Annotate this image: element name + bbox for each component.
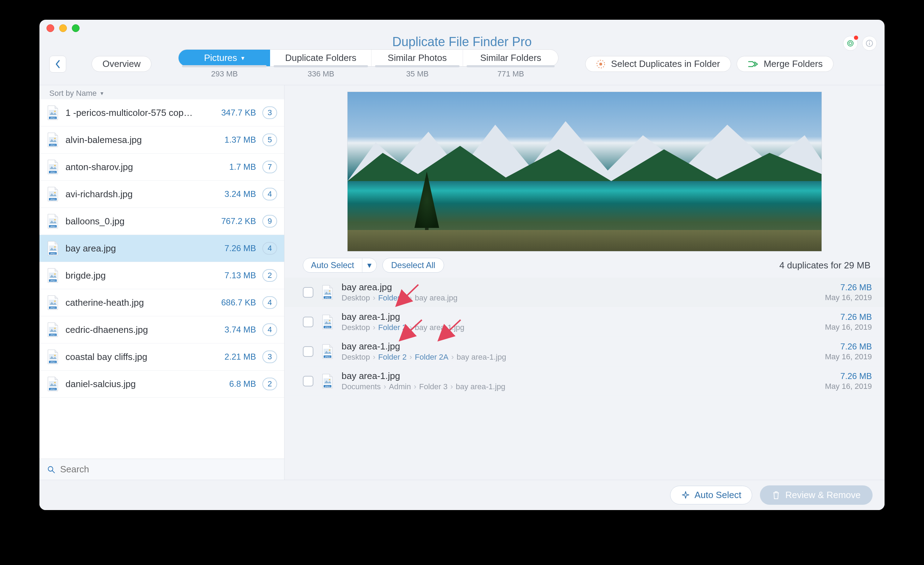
duplicate-count-badge: 7 [262,161,277,173]
svg-point-7 [54,111,56,112]
tab-duplicate-folders[interactable]: Duplicate Folders [270,50,372,66]
tab-size-label: 771 MB [463,69,558,78]
chevron-right-icon: › [410,353,412,361]
duplicate-count-badge: 3 [262,350,277,363]
svg-text:JPEG: JPEG [50,225,56,228]
chevron-down-icon: ▾ [241,54,244,62]
select-checkbox[interactable] [303,346,314,357]
svg-point-76 [329,349,330,351]
sidebar-item[interactable]: JPEG daniel-salcius.jpg 6.8 MB 2 [39,371,284,398]
sidebar-item[interactable]: JPEG coastal bay cliffs.jpg 2.21 MB 3 [39,343,284,371]
info-icon[interactable] [862,36,877,51]
path-crumb: Desktop [342,323,370,332]
path-crumb: bay area-1.jpg [456,382,506,391]
chevron-right-icon: › [410,323,412,332]
select-duplicates-in-folder-button[interactable]: Select Duplicates in Folder [585,56,730,72]
duplicate-file-size: 7.26 MB [825,312,872,322]
jpeg-file-icon: JPEG [46,268,59,283]
svg-text:JPEG: JPEG [50,171,56,173]
duplicate-file-date: May 16, 2019 [825,293,872,302]
jpeg-file-icon: JPEG [46,105,59,120]
path-crumb: Admin [389,382,411,391]
window-minimize-button[interactable] [59,24,67,32]
category-tabs: Pictures▾Duplicate FoldersSimilar Photos… [178,49,558,66]
activity-icon[interactable] [843,36,858,51]
duplicate-row[interactable]: JPEG bay area-1.jpg Desktop›Folder 2›bay… [285,307,885,337]
file-name: cedric-dhaenens.jpg [66,325,200,335]
svg-text:JPEG: JPEG [325,355,330,358]
select-checkbox[interactable] [303,317,314,327]
window-zoom-button[interactable] [72,24,80,32]
duplicate-row[interactable]: JPEG bay area-1.jpg Documents›Admin›Fold… [285,366,885,396]
file-name: catherine-heath.jpg [66,297,200,308]
select-checkbox[interactable] [303,287,314,298]
deselect-all-button[interactable]: Deselect All [382,258,444,273]
svg-text:JPEG: JPEG [50,252,56,255]
path-crumb: bay area-1.jpg [457,353,506,361]
auto-select-label: Auto Select [303,258,362,272]
file-name: 1 -pericos-multicolor-575 cop… [66,107,200,118]
sidebar-item[interactable]: JPEG cedric-dhaenens.jpg 3.74 MB 4 [39,316,284,343]
tab-size-label: 293 MB [178,69,270,78]
jpeg-file-icon: JPEG [321,373,334,389]
svg-point-37 [54,273,56,275]
tab-pictures[interactable]: Pictures▾ [178,50,270,66]
svg-point-42 [54,301,56,302]
file-name: anton-sharov.jpg [66,162,200,173]
auto-select-dropdown[interactable]: Auto Select ▾ [303,258,377,273]
duplicate-file-path: Desktop›Folder 2›bay area-1.jpg [342,323,817,332]
duplicate-count-badge: 4 [262,242,277,255]
chevron-right-icon: › [451,353,453,361]
back-button[interactable] [49,56,66,72]
sidebar-item[interactable]: JPEG alvin-balemesa.jpg 1.37 MB 5 [39,126,284,153]
duplicate-file-path: Desktop›Folder 1›bay area.jpg [342,293,817,303]
window-close-button[interactable] [46,24,54,32]
sort-by-button[interactable]: Sort by Name ▼ [39,85,284,99]
svg-text:JPEG: JPEG [50,307,56,309]
tab-label: Pictures [204,53,237,63]
search-input[interactable] [60,464,276,475]
chevron-down-icon[interactable]: ▾ [362,258,376,272]
svg-rect-2 [869,41,870,42]
path-crumb: Documents [342,382,381,391]
tab-similar-photos[interactable]: Similar Photos [372,50,463,66]
jpeg-file-icon: JPEG [46,240,59,256]
duplicate-file-date: May 16, 2019 [825,352,872,361]
duplicate-file-name: bay area-1.jpg [342,311,817,322]
file-name: avi-richardsh.jpg [66,189,200,200]
jpeg-file-icon: JPEG [321,314,334,330]
chevron-down-icon: ▼ [100,90,105,96]
sidebar-item[interactable]: JPEG avi-richardsh.jpg 3.24 MB 4 [39,181,284,208]
path-crumb: Folder 2A [415,353,448,361]
sidebar-item[interactable]: JPEG bay area.jpg 7.26 MB 4 [39,235,284,262]
sidebar-item[interactable]: JPEG balloons_0.jpg 767.2 KB 9 [39,208,284,235]
svg-rect-1 [869,43,870,45]
path-crumb: Desktop [342,293,370,302]
duplicate-count-badge: 4 [262,188,277,200]
duplicate-row[interactable]: JPEG bay area.jpg Desktop›Folder 1›bay a… [285,278,885,307]
path-crumb: Folder 2 [378,323,407,332]
svg-point-12 [54,138,56,139]
duplicate-count-badge: 5 [262,134,277,146]
sidebar-item[interactable]: JPEG 1 -pericos-multicolor-575 cop… 347.… [39,99,284,126]
duplicate-row[interactable]: JPEG bay area-1.jpg Desktop›Folder 2›Fol… [285,337,885,366]
footer-auto-select-button[interactable]: Auto Select [670,486,752,505]
sidebar-item[interactable]: JPEG brigde.jpg 7.13 MB 2 [39,262,284,289]
tab-size-label: 35 MB [372,69,463,78]
svg-point-32 [54,246,56,248]
svg-text:JPEG: JPEG [325,296,330,298]
file-name: bay area.jpg [66,243,200,254]
tab-similar-folders[interactable]: Similar Folders [463,50,558,66]
svg-point-57 [54,382,56,383]
sidebar-item[interactable]: JPEG catherine-heath.jpg 686.7 KB 4 [39,289,284,316]
duplicate-count-badge: 2 [262,269,277,282]
review-and-remove-button[interactable]: Review & Remove [760,485,873,505]
overview-button[interactable]: Overview [92,56,152,72]
file-size: 3.74 MB [207,325,256,335]
sidebar-item[interactable]: JPEG anton-sharov.jpg 1.7 MB 7 [39,153,284,181]
file-size: 6.8 MB [207,379,256,389]
path-crumb: bay area-1.jpg [415,323,465,332]
duplicate-count-badge: 3 [262,107,277,119]
merge-folders-button[interactable]: Merge Folders [736,56,834,72]
select-checkbox[interactable] [303,376,314,386]
